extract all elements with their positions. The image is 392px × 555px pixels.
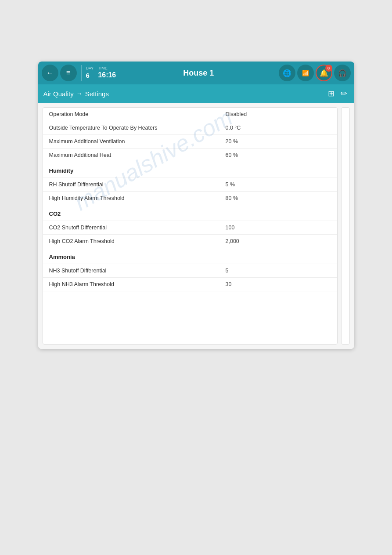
notification-badge: 8: [325, 65, 332, 72]
table-row: Maximum Additional Ventilation 20 %: [43, 135, 337, 149]
table-row: CO2 Shutoff Differential 100: [43, 221, 337, 235]
section-title-ammonia: Ammonia: [43, 248, 337, 264]
globe-button[interactable]: 🌐: [279, 65, 295, 81]
row-label: High Humidity Alarm Threshold: [43, 192, 219, 205]
section-title-co2: CO2: [43, 205, 337, 221]
row-label: CO2 Shutoff Differential: [43, 221, 219, 235]
menu-button[interactable]: ≡: [60, 65, 77, 81]
row-value: 0.0 °C: [219, 121, 337, 135]
time-label: TIME: [98, 66, 116, 71]
row-value: 20 %: [219, 135, 337, 149]
divider: [81, 65, 82, 81]
header-icons: 🌐 📶 🔔 8 🎧: [279, 65, 351, 81]
breadcrumb-actions: ⊞ ✏: [326, 88, 349, 99]
grid-view-button[interactable]: ⊞: [326, 88, 336, 99]
row-label: Outside Temperature To Operate By Heater…: [43, 121, 219, 135]
table-row: Maximum Additional Heat 60 %: [43, 149, 337, 162]
section-header-humidity: Humidity: [43, 162, 337, 178]
row-label: NH3 Shutoff Differential: [43, 264, 219, 278]
row-value: 100: [219, 221, 337, 235]
globe-icon: 🌐: [283, 69, 291, 77]
table-row: RH Shutoff Differential 5 %: [43, 178, 337, 192]
breadcrumb-nav: Air Quality → Settings: [43, 90, 109, 98]
row-label: High NH3 Alarm Threshold: [43, 278, 219, 291]
table-row: Outside Temperature To Operate By Heater…: [43, 121, 337, 135]
row-label: RH Shutoff Differential: [43, 178, 219, 192]
grid-icon: ⊞: [328, 89, 334, 98]
time-display: TIME 16:16: [98, 66, 116, 80]
house-title: House 1: [120, 69, 277, 78]
row-label: Maximum Additional Ventilation: [43, 135, 219, 149]
breadcrumb-page: Settings: [85, 90, 109, 98]
table-row: Operation Mode Disabled: [43, 108, 337, 121]
day-label: DAY: [86, 66, 94, 71]
edit-button[interactable]: ✏: [339, 88, 349, 99]
wifi-button[interactable]: 📶: [297, 65, 314, 81]
day-value: 6: [86, 71, 94, 80]
headset-icon: 🎧: [338, 69, 347, 77]
datetime-display: DAY 6: [86, 66, 94, 80]
breadcrumb-arrow-icon: →: [76, 90, 83, 97]
table-row: High NH3 Alarm Threshold 30: [43, 278, 337, 291]
back-button[interactable]: ←: [42, 65, 58, 81]
bell-button[interactable]: 🔔 8: [316, 65, 332, 81]
row-value: 5 %: [219, 178, 337, 192]
row-value: 80 %: [219, 192, 337, 205]
headset-button[interactable]: 🎧: [334, 65, 351, 81]
time-value: 16:16: [98, 71, 116, 80]
top-bar: ← ≡ DAY 6 TIME 16:16 House 1 🌐 📶 🔔 8: [38, 62, 354, 84]
breadcrumb-bar: Air Quality → Settings ⊞ ✏: [38, 84, 354, 103]
settings-panel: Operation Mode Disabled Outside Temperat…: [43, 107, 338, 345]
section-header-co2: CO2: [43, 205, 337, 221]
row-label: High CO2 Alarm Threshold: [43, 235, 219, 248]
back-icon: ←: [47, 69, 54, 77]
wifi-icon: 📶: [302, 70, 309, 76]
row-value: 60 %: [219, 149, 337, 162]
row-value: 2,000: [219, 235, 337, 248]
row-value: 30: [219, 278, 337, 291]
row-label: Maximum Additional Heat: [43, 149, 219, 162]
side-scrollbar[interactable]: [341, 107, 350, 345]
table-row: NH3 Shutoff Differential 5: [43, 264, 337, 278]
row-value: Disabled: [219, 108, 337, 121]
row-label: Operation Mode: [43, 108, 219, 121]
table-row: High Humidity Alarm Threshold 80 %: [43, 192, 337, 205]
row-value: 5: [219, 264, 337, 278]
edit-icon: ✏: [341, 89, 347, 98]
settings-table: Operation Mode Disabled Outside Temperat…: [43, 108, 337, 291]
table-row: High CO2 Alarm Threshold 2,000: [43, 235, 337, 248]
section-title-humidity: Humidity: [43, 162, 337, 178]
menu-icon: ≡: [66, 69, 70, 77]
section-header-ammonia: Ammonia: [43, 248, 337, 264]
content-area: manualshive.com Operation Mode Disabled …: [38, 103, 354, 349]
breadcrumb-section[interactable]: Air Quality: [43, 90, 74, 98]
